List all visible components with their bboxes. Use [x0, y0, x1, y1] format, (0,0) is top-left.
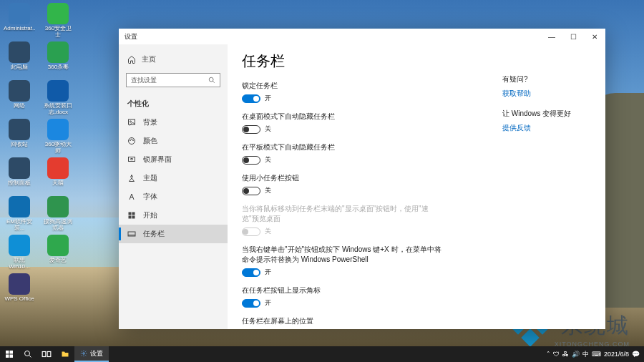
sidebar-item-label: 字体 [143, 192, 157, 202]
tray-keyboard-icon[interactable]: ⌨ [592, 351, 601, 358]
desktop-icon[interactable]: 系统安装日志.docx [42, 80, 74, 117]
sidebar-search[interactable]: 查找设置 [126, 73, 220, 87]
maximize-button[interactable]: ☐ [562, 29, 584, 44]
desktop-icon[interactable]: 天猫 [42, 157, 74, 195]
desktop-icon[interactable]: 360安全卫士 [42, 3, 74, 40]
setting-label: 锁定任务栏 [242, 81, 442, 91]
sidebar-item-start[interactable]: 开始 [119, 206, 228, 225]
desktop-icon[interactable]: 网络 [3, 80, 36, 117]
svg-point-6 [132, 139, 132, 140]
font-icon [127, 192, 136, 201]
lock-icon [127, 155, 136, 164]
desktop-icon[interactable]: 控制面板 [3, 157, 36, 195]
svg-line-1 [213, 81, 215, 83]
improve-label: 让 Windows 变得更好 [502, 109, 588, 119]
explorer-button[interactable] [56, 346, 74, 362]
get-help-link[interactable]: 获取帮助 [502, 89, 588, 99]
sidebar-item-font[interactable]: 字体 [119, 187, 228, 206]
desktop-icon-label: EM软件安装... [4, 219, 35, 232]
desktop-icon[interactable]: 回收站 [3, 119, 36, 156]
task-view-button[interactable] [37, 346, 56, 362]
sidebar-home[interactable]: 主页 [119, 50, 228, 69]
desktop-icon-label: 联想Win10... [4, 258, 35, 270]
start-icon [127, 211, 136, 220]
svg-rect-8 [129, 157, 135, 162]
sidebar-item-palette[interactable]: 颜色 [119, 132, 228, 150]
desktop-icon-label: 搜狗高速浏览器 [42, 219, 74, 232]
start-button[interactable] [0, 346, 19, 362]
desktop-icon-label: 爱奇艺 [49, 258, 67, 264]
setting-label: 当我右键单击"开始"按钮或按下 Windows 键+X 时，在菜单中将命令提示符… [242, 245, 442, 265]
toggle-switch[interactable] [242, 299, 260, 308]
svg-rect-9 [131, 159, 132, 160]
settings-sidebar: 主页 查找设置 个性化 背景颜色锁屏界面主题字体开始任务栏 [119, 44, 228, 329]
svg-rect-11 [132, 212, 135, 215]
desktop-icon[interactable]: 此电脑 [3, 41, 36, 79]
toggle-state-text: 关 [265, 186, 271, 195]
tray-volume-icon[interactable]: 🔊 [572, 351, 580, 358]
desktop-icon[interactable]: Administrat... [3, 3, 36, 40]
sidebar-item-label: 颜色 [143, 136, 157, 146]
desktop-icon[interactable]: WPS Office [3, 273, 36, 310]
tray-notifications-icon[interactable]: 💬 [632, 351, 640, 358]
sidebar-item-label: 背景 [143, 117, 157, 127]
setting-toggle: 锁定任务栏 开 [242, 81, 442, 103]
tray-network-icon[interactable]: 🖧 [562, 351, 569, 358]
desktop-icon-label: 网络 [14, 103, 25, 109]
desktop-icon[interactable]: 联想Win10... [3, 235, 36, 272]
taskbar-item-settings[interactable]: 设置 [74, 346, 109, 362]
setting-toggle: 在平板模式下自动隐藏任务栏 关 [242, 142, 442, 165]
sidebar-item-label: 锁屏界面 [143, 155, 172, 165]
feedback-link[interactable]: 提供反馈 [502, 123, 588, 133]
toggle-switch[interactable] [242, 94, 260, 103]
toggle-state-text: 关 [265, 227, 271, 236]
sidebar-home-label: 主页 [142, 54, 156, 64]
svg-point-7 [133, 140, 134, 141]
toggle-switch[interactable] [242, 125, 260, 134]
setting-toggle: 当我右键单击"开始"按钮或按下 Windows 键+X 时，在菜单中将命令提示符… [242, 245, 442, 277]
desktop-icon[interactable]: 搜狗高速浏览器 [42, 196, 74, 233]
toggle-state-text: 关 [265, 124, 271, 134]
tray-clock[interactable]: 2021/6/8 [604, 351, 629, 358]
svg-rect-16 [6, 351, 9, 354]
desktop-icon-label: 360驱动大师 [42, 142, 74, 155]
minimize-button[interactable]: — [541, 29, 562, 44]
system-tray[interactable]: ˄ 🛡 🖧 🔊 中 ⌨ 2021/6/8 💬 [542, 350, 644, 359]
sidebar-item-lock[interactable]: 锁屏界面 [119, 150, 228, 169]
taskbar-item-label: 设置 [90, 349, 103, 358]
toggle-switch[interactable] [242, 268, 260, 277]
svg-point-3 [130, 121, 132, 122]
svg-line-21 [29, 356, 31, 358]
window-title: 设置 [125, 32, 137, 41]
svg-rect-19 [10, 355, 14, 358]
tray-chevron-icon[interactable]: ˄ [547, 351, 550, 358]
setting-label: 当你将鼠标移动到任务栏末端的"显示桌面"按钮时，使用"速览"预览桌面 [242, 204, 442, 224]
toggle-switch[interactable] [242, 156, 260, 165]
svg-rect-10 [129, 212, 132, 215]
sidebar-item-taskbar[interactable]: 任务栏 [119, 225, 228, 243]
svg-point-20 [25, 351, 30, 356]
taskbar-search-icon[interactable] [19, 346, 37, 362]
setting-toggle: 在桌面模式下自动隐藏任务栏 关 [242, 112, 442, 134]
toggle-switch[interactable] [242, 187, 260, 195]
desktop-icon[interactable]: 360杀毒 [42, 41, 74, 79]
setting-label: 使用小任务栏按钮 [242, 173, 442, 183]
close-button[interactable]: ✕ [584, 29, 605, 44]
svg-rect-18 [6, 355, 9, 358]
desktop-icon[interactable]: 爱奇艺 [42, 235, 74, 272]
taskbar[interactable]: 设置 ˄ 🛡 🖧 🔊 中 ⌨ 2021/6/8 💬 [0, 346, 644, 362]
desktop-icon[interactable]: EM软件安装... [3, 196, 36, 233]
tray-ime[interactable]: 中 [582, 350, 589, 359]
titlebar[interactable]: 设置 — ☐ ✕ [119, 29, 605, 44]
page-title: 任务栏 [242, 52, 591, 71]
palette-icon [127, 137, 136, 145]
sidebar-item-picture[interactable]: 背景 [119, 113, 228, 132]
setting-label: 任务栏在屏幕上的位置 [242, 316, 442, 326]
sidebar-item-theme[interactable]: 主题 [119, 169, 228, 187]
svg-point-5 [130, 140, 131, 141]
sidebar-section: 个性化 [119, 92, 228, 113]
desktop-icon[interactable]: 360驱动大师 [42, 119, 74, 156]
tray-shield-icon[interactable]: 🛡 [553, 351, 560, 358]
svg-rect-12 [129, 216, 132, 219]
picture-icon [127, 118, 136, 127]
